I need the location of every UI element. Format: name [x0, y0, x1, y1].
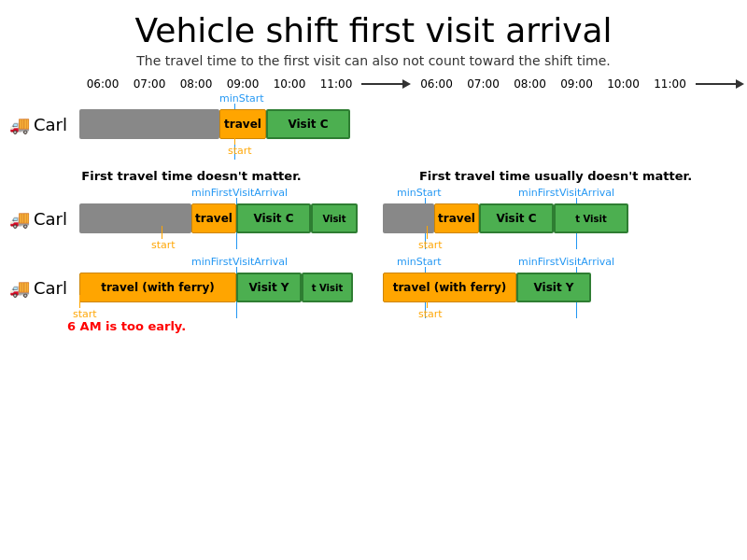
visitnext-label-r3l: t Visit: [312, 283, 343, 293]
row1-left: minStart 🚚 Carl travel Visit C: [9, 92, 374, 143]
tick-08: 08:00: [173, 77, 219, 91]
right-tick-labels: 06:00 07:00 08:00 09:00 10:00 11:00: [414, 77, 694, 91]
carl-label-r2l: 🚚 Carl: [9, 209, 79, 229]
arrow-right: [736, 79, 744, 89]
visitc-label-r1: Visit C: [288, 118, 328, 131]
carl-row2l: 🚚 Carl travel Visit C Visit: [9, 200, 374, 237]
tick-07: 07:00: [126, 77, 173, 91]
travel-label-r2r: travel: [438, 212, 475, 225]
gantt-r2l: travel Visit C Visit: [79, 200, 374, 237]
tick-06: 06:00: [79, 77, 126, 91]
carl-text-r1: Carl: [34, 115, 67, 134]
minfva-label-r3l: minFirstVisitArrival: [191, 256, 288, 268]
rtick-08: 08:00: [507, 77, 554, 91]
gantt-r3l: travel (with ferry) Visit Y t Visit: [79, 269, 374, 306]
carl-row3r: travel (with ferry) Visit Y: [374, 269, 738, 306]
row3-section: minFirstVisitArrival 🚚 Carl travel (with…: [9, 256, 738, 306]
row1-right-empty: [374, 92, 738, 143]
visitc-bar-r2r: Visit C: [479, 203, 554, 233]
travel-bar-r2r: travel: [434, 203, 479, 233]
gray-bar-r1: [79, 109, 219, 139]
arrow-left: [402, 79, 411, 89]
left-axis-container: 06:00 07:00 08:00 09:00 10:00 11:00: [9, 77, 404, 91]
right-axis: 06:00 07:00 08:00 09:00 10:00 11:00: [414, 77, 739, 91]
visity-bar-r3l: Visit Y: [236, 273, 302, 302]
carl-row3l: 🚚 Carl travel (with ferry) Visit Y t Vis…: [9, 269, 374, 306]
left-section-label: First travel time doesn't matter.: [9, 169, 374, 183]
truck-icon-r1: 🚚: [9, 115, 30, 134]
rtick-09: 09:00: [554, 77, 600, 91]
visitnext-label-r2l: Visit: [322, 214, 345, 224]
travel-label-r3l: travel (with ferry): [101, 281, 215, 294]
start-line-r3r: [427, 295, 428, 308]
left-tick-labels: 06:00 07:00 08:00 09:00 10:00 11:00: [79, 77, 359, 91]
row2-left: minFirstVisitArrival 🚚 Carl travel Visit…: [9, 187, 374, 237]
start-line-r2l: [162, 226, 162, 239]
carl-label-r1: 🚚 Carl: [9, 115, 79, 134]
subtitle: The travel time to the first visit can a…: [0, 53, 747, 68]
start-label-r2r: start: [418, 239, 443, 251]
axis-line-left: [361, 83, 404, 85]
start-line-r1: [234, 132, 235, 145]
right-section-label: First travel time usually doesn't matter…: [374, 169, 738, 183]
minfva-label-r2r: minFirstVisitArrival: [518, 187, 614, 199]
start-label-r1: start: [228, 145, 252, 157]
travel-label-r2l: travel: [195, 212, 233, 225]
start-line-r2r: [427, 226, 428, 239]
start-label-r3r: start: [418, 308, 443, 320]
rtick-10: 10:00: [600, 77, 647, 91]
minfva-label-r2l: minFirstVisitArrival: [191, 187, 288, 199]
tick-10: 10:00: [266, 77, 313, 91]
visitc-bar-r1: Visit C: [266, 109, 350, 139]
visitc-bar-r2l: Visit C: [236, 203, 311, 233]
tick-11: 11:00: [313, 77, 359, 91]
carl-row1: 🚚 Carl travel Visit C: [9, 105, 374, 143]
row1-section: minStart 🚚 Carl travel Visit C: [9, 92, 738, 143]
section-labels: First travel time doesn't matter. First …: [9, 169, 738, 183]
page-title: Vehicle shift first visit arrival: [0, 0, 747, 49]
warning-text: 6 AM is too early.: [67, 319, 186, 333]
minstart-label-r3r: minStart: [397, 256, 442, 268]
travel-bar-r3r: travel (with ferry): [383, 273, 516, 302]
visitnext-bar-r2r: t Visit: [554, 203, 628, 233]
minstart-label-r1: minStart: [219, 92, 264, 105]
visity-bar-r3r: Visit Y: [516, 273, 591, 302]
carl-text-r2l: Carl: [34, 209, 67, 229]
axis-line-right: [696, 83, 739, 85]
visitnext-label-r2r: t Visit: [575, 214, 606, 224]
rtick-06: 06:00: [414, 77, 460, 91]
truck-icon-r2l: 🚚: [9, 209, 30, 229]
visity-label-r3r: Visit Y: [533, 281, 573, 294]
travel-bar-r2l: travel: [191, 203, 236, 233]
carl-text-r3l: Carl: [34, 278, 67, 298]
travel-bar-r3l: travel (with ferry): [79, 273, 236, 302]
main-content: 06:00 07:00 08:00 09:00 10:00 11:00 06:0…: [0, 68, 747, 306]
row3-left: minFirstVisitArrival 🚚 Carl travel (with…: [9, 256, 374, 306]
gantt-r2r: travel Visit C t Visit: [383, 200, 738, 237]
rtick-07: 07:00: [460, 77, 507, 91]
top-timeline-section: 06:00 07:00 08:00 09:00 10:00 11:00 06:0…: [9, 77, 738, 91]
row2-section: minFirstVisitArrival 🚚 Carl travel Visit…: [9, 187, 738, 237]
visity-label-r3l: Visit Y: [248, 281, 289, 294]
carl-label-r3l: 🚚 Carl: [9, 278, 79, 298]
tick-09: 09:00: [219, 77, 266, 91]
start-line-r3l: [79, 295, 80, 308]
visitc-label-r2l: Visit C: [253, 212, 293, 225]
left-axis: 06:00 07:00 08:00 09:00 10:00 11:00: [79, 77, 404, 91]
travel-label-r1: travel: [224, 118, 261, 131]
gantt-r1: travel Visit C: [79, 105, 374, 143]
right-axis-container: 06:00 07:00 08:00 09:00 10:00 11:00: [404, 77, 739, 91]
start-label-r2l: start: [151, 239, 176, 251]
minstart-label-r2r: minStart: [397, 187, 442, 199]
visitnext-bar-r3l: t Visit: [302, 273, 353, 302]
travel-bar-r1: travel: [219, 109, 266, 139]
row3-right: minStart minFirstVisitArrival travel (wi…: [374, 256, 738, 306]
rtick-11: 11:00: [647, 77, 694, 91]
minfva-label-r3r: minFirstVisitArrival: [518, 256, 614, 268]
travel-label-r3r: travel (with ferry): [393, 281, 507, 294]
visitnext-bar-r2l: Visit: [311, 203, 358, 233]
row2-right: minStart minFirstVisitArrival travel Vis…: [374, 187, 738, 237]
visitc-label-r2r: Visit C: [496, 212, 536, 225]
gray-bar-r2l: [79, 203, 191, 233]
carl-row2r: travel Visit C t Visit: [374, 200, 738, 237]
